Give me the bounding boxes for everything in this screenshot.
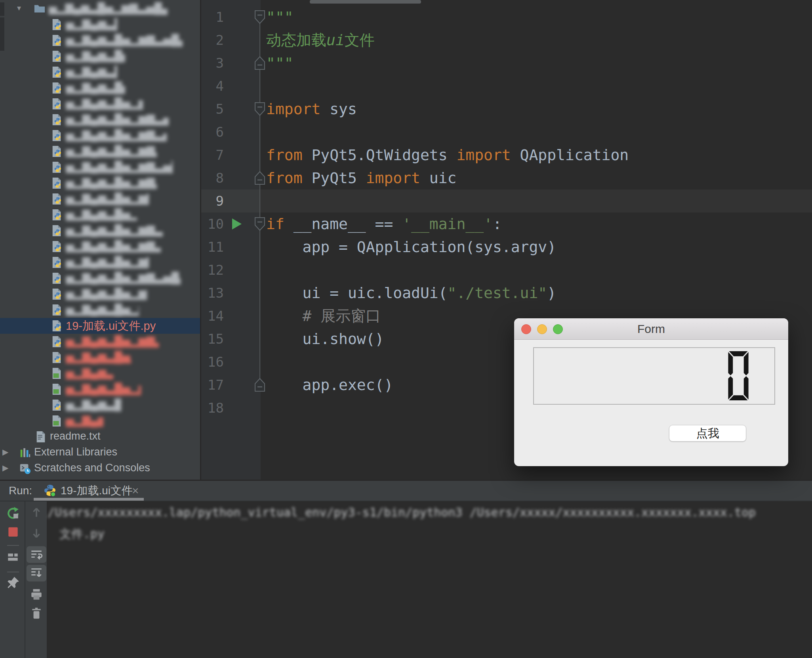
tree-item-label: ▅▂▇▄▆▃█▅▂▆▇▃▅█▄▆▂▇▅▃▆█▄▂▇▅▆▃ bbox=[66, 192, 149, 208]
tree-item[interactable]: ▅▂▇▄▆▃█▅▂▆▇▃▅█▄▆▂▇▅▃▆█▄▂▇▅▆▃ bbox=[0, 48, 200, 64]
line-number: 5 bbox=[200, 98, 224, 121]
scroll-to-end-toggle[interactable] bbox=[27, 565, 46, 581]
code-line bbox=[266, 121, 629, 143]
tree-item[interactable]: ▅▂▇▄▆▃█▅▂▆▇▃▅█▄▆▂▇▅▃▆█▄▂▇▅▆▃ bbox=[0, 143, 200, 159]
tree-item[interactable]: ▅▂▇▄▆▃█▅▂▆▇▃▅█▄▆▂▇▅▃▆█▄▂▇▅▆▃ bbox=[0, 302, 200, 318]
tree-item[interactable]: ▅▂▇▄▆▃█▅▂▆▇▃▅█▄▆▂▇▅▃▆█▄▂▇▅▆▃ bbox=[0, 413, 200, 429]
tree-item[interactable]: ▅▂▇▄▆▃█▅▂▆▇▃▅█▄▆▂▇▅▃▆█▄▂▇▅▆▃ bbox=[0, 365, 200, 381]
tree-item[interactable]: ▅▂▇▄▆▃█▅▂▆▇▃▅█▄▆▂▇▅▃▆█▄▂▇▅▆▃ bbox=[0, 80, 200, 96]
tree-item[interactable]: ▅▂▇▄▆▃█▅▂▆▇▃▅█▄▆▂▇▅▃▆█▄▂▇▅▆▃ bbox=[0, 350, 200, 365]
tree-item-label: ▅▂▇▄▆▃█▅▂▆▇▃▅█▄▆▂▇▅▃▆█▄▂▇▅▆▃ bbox=[66, 272, 181, 288]
code-line bbox=[266, 258, 629, 281]
py-icon bbox=[51, 82, 63, 94]
line-number: 14 bbox=[200, 304, 224, 327]
line-number: 18 bbox=[200, 396, 224, 419]
horizontal-scrollbar-thumb[interactable] bbox=[310, 0, 421, 4]
line-number: 13 bbox=[200, 281, 224, 304]
tree-item[interactable]: ▅▂▇▄▆▃█▅▂▆▇▃▅█▄▆▂▇▅▃▆█▄▂▇▅▆▃ bbox=[0, 223, 200, 239]
line-number: 16 bbox=[200, 350, 224, 373]
fold-end-icon[interactable] bbox=[255, 56, 265, 70]
tree-item[interactable]: ▅▂▇▄▆▃█▅▂▆▇▃▅█▄▆▂▇▅▃▆█▄▂▇▅▆▃ bbox=[0, 175, 200, 191]
tree-item-label: ▅▂▇▄▆▃█▅▂▆▇▃▅█▄▆▂▇▅▃▆█▄▂▇▅▆▃ bbox=[66, 97, 143, 113]
py-icon bbox=[51, 161, 63, 173]
tree-item[interactable]: ▅▂▇▄▆▃█▅▂▆▇▃▅█▄▆▂▇▅▃▆█▄▂▇▅▆▃ bbox=[0, 64, 200, 80]
tree-item[interactable]: ▅▂▇▄▆▃█▅▂▆▇▃▅█▄▆▂▇▅▃▆█▄▂▇▅▆▃ bbox=[0, 96, 200, 112]
libs-icon bbox=[19, 447, 31, 459]
run-line-arrow-icon[interactable] bbox=[232, 218, 242, 230]
txt-icon bbox=[35, 431, 47, 443]
tree-item[interactable]: ▅▂▇▄▆▃█▅▂▆▇▃▅█▄▆▂▇▅▃▆█▄▂▇▅▆▃ bbox=[0, 270, 200, 286]
tree-item[interactable]: ▶Scratches and Consoles bbox=[0, 461, 200, 476]
chevron-right-icon[interactable]: ▶ bbox=[2, 447, 8, 457]
fold-end-icon[interactable] bbox=[255, 378, 265, 392]
py-icon bbox=[51, 336, 63, 348]
panel-divider-vertical[interactable] bbox=[200, 0, 201, 480]
file-icon bbox=[51, 225, 63, 237]
chevron-down-icon[interactable]: ▾ bbox=[17, 3, 21, 13]
tree-item-label: ▅▂▇▄▆▃█▅▂▆▇▃▅█▄▆▂▇▅▃▆█▄▂▇▅▆▃ bbox=[49, 2, 168, 18]
tree-item[interactable]: ▅▂▇▄▆▃█▅▂▆▇▃▅█▄▆▂▇▅▃▆█▄▂▇▅▆▃ bbox=[0, 112, 200, 128]
tree-item-label: ▅▂▇▄▆▃█▅▂▆▇▃▅█▄▆▂▇▅▃▆█▄▂▇▅▆▃ bbox=[66, 145, 157, 161]
tree-item-label: Scratches and Consoles bbox=[34, 462, 150, 474]
py-icon bbox=[51, 66, 63, 78]
py-icon bbox=[51, 320, 63, 332]
file-icon bbox=[51, 399, 63, 411]
down-stacktrace-button[interactable] bbox=[30, 526, 43, 540]
line-number-gutter[interactable]: 123456789101112131415161718 bbox=[200, 6, 224, 419]
tree-item[interactable]: readme.txt bbox=[0, 429, 200, 445]
file-icon bbox=[51, 352, 63, 363]
tree-item[interactable]: ▅▂▇▄▆▃█▅▂▆▇▃▅█▄▆▂▇▅▃▆█▄▂▇▅▆▃ bbox=[0, 239, 200, 254]
python-run-icon bbox=[44, 484, 56, 497]
stop-button[interactable] bbox=[6, 525, 20, 539]
line-number: 15 bbox=[200, 327, 224, 350]
tree-item[interactable]: ▅▂▇▄▆▃█▅▂▆▇▃▅█▄▆▂▇▅▃▆█▄▂▇▅▆▃ bbox=[0, 17, 200, 33]
rerun-button[interactable] bbox=[6, 507, 20, 520]
line-number: 7 bbox=[200, 143, 224, 166]
up-stacktrace-button[interactable] bbox=[30, 506, 43, 519]
print-console-button[interactable] bbox=[30, 588, 43, 601]
click-me-button[interactable]: 点我 bbox=[669, 425, 746, 442]
tree-item[interactable]: ▅▂▇▄▆▃█▅▂▆▇▃▅█▄▆▂▇▅▃▆█▄▂▇▅▆▃ bbox=[0, 33, 200, 48]
fold-start-icon[interactable] bbox=[255, 102, 265, 116]
form-window-title: Form bbox=[514, 318, 788, 339]
console-output-line: 文件.py bbox=[59, 526, 105, 542]
tree-item[interactable]: ▅▂▇▄▆▃█▅▂▆▇▃▅█▄▆▂▇▅▃▆█▄▂▇▅▆▃ bbox=[0, 128, 200, 143]
py-icon bbox=[51, 34, 63, 46]
close-tab-icon[interactable]: × bbox=[132, 484, 139, 497]
run-tab-underline bbox=[34, 498, 144, 501]
tree-item[interactable]: ▅▂▇▄▆▃█▅▂▆▇▃▅█▄▆▂▇▅▃▆█▄▂▇▅▆▃ bbox=[0, 286, 200, 302]
chevron-right-icon[interactable]: ▶ bbox=[2, 463, 8, 472]
tree-item-label: ▅▂▇▄▆▃█▅▂▆▇▃▅█▄▆▂▇▅▃▆█▄▂▇▅▆▃ bbox=[66, 414, 103, 430]
run-tab-bar: Run: 19-加载.ui文件 × bbox=[0, 481, 812, 501]
fold-start-icon[interactable] bbox=[255, 10, 265, 24]
line-number: 1 bbox=[200, 6, 224, 29]
tree-item-label: ▅▂▇▄▆▃█▅▂▆▇▃▅█▄▆▂▇▅▃▆█▄▂▇▅▆▃ bbox=[66, 367, 113, 383]
fold-end-icon[interactable] bbox=[255, 171, 265, 185]
code-line bbox=[266, 75, 629, 98]
tree-item-label: ▅▂▇▄▆▃█▅▂▆▇▃▅█▄▆▂▇▅▃▆█▄▂▇▅▆▃ bbox=[66, 113, 169, 129]
soft-wrap-toggle[interactable] bbox=[27, 546, 46, 563]
form-titlebar[interactable]: Form bbox=[514, 318, 788, 340]
tree-item-label: ▅▂▇▄▆▃█▅▂▆▇▃▅█▄▆▂▇▅▃▆█▄▂▇▅▆▃ bbox=[66, 65, 117, 82]
tree-item[interactable]: ▅▂▇▄▆▃█▅▂▆▇▃▅█▄▆▂▇▅▃▆█▄▂▇▅▆▃ bbox=[0, 397, 200, 413]
tree-item[interactable]: ▅▂▇▄▆▃█▅▂▆▇▃▅█▄▆▂▇▅▃▆█▄▂▇▅▆▃ bbox=[0, 191, 200, 207]
tree-item-selected[interactable]: 19-加载.ui文件.py bbox=[0, 318, 200, 334]
restore-layout-button[interactable] bbox=[6, 550, 20, 564]
pin-tab-button[interactable] bbox=[6, 576, 20, 589]
code-line: ui = uic.loadUi("./test.ui") bbox=[266, 281, 629, 304]
tree-item[interactable]: ▶External Libraries bbox=[0, 445, 200, 461]
tree-item[interactable]: ▾▅▂▇▄▆▃█▅▂▆▇▃▅█▄▆▂▇▅▃▆█▄▂▇▅▆▃ bbox=[0, 1, 200, 17]
clear-console-button[interactable] bbox=[30, 607, 43, 620]
tree-item[interactable]: ▅▂▇▄▆▃█▅▂▆▇▃▅█▄▆▂▇▅▃▆█▄▂▇▅▆▃ bbox=[0, 381, 200, 397]
file-icon bbox=[51, 98, 63, 110]
code-line: """ bbox=[266, 6, 629, 29]
console-output-line: /Users/xxxxxxxxx.lap/python_virtual_env/… bbox=[48, 505, 756, 519]
tree-item[interactable]: ▅▂▇▄▆▃█▅▂▆▇▃▅█▄▆▂▇▅▃▆█▄▂▇▅▆▃ bbox=[0, 334, 200, 350]
run-console[interactable]: /Users/xxxxxxxxx.lap/python_virtual_env/… bbox=[47, 501, 812, 658]
tree-item[interactable]: ▅▂▇▄▆▃█▅▂▆▇▃▅█▄▆▂▇▅▃▆█▄▂▇▅▆▃ bbox=[0, 159, 200, 175]
file-icon bbox=[51, 272, 63, 284]
tree-item[interactable]: ▅▂▇▄▆▃█▅▂▆▇▃▅█▄▆▂▇▅▃▆█▄▂▇▅▆▃ bbox=[0, 207, 200, 223]
tree-item[interactable]: ▅▂▇▄▆▃█▅▂▆▇▃▅█▄▆▂▇▅▃▆█▄▂▇▅▆▃ bbox=[0, 254, 200, 270]
fold-start-icon[interactable] bbox=[255, 217, 265, 231]
py-icon bbox=[51, 304, 63, 316]
